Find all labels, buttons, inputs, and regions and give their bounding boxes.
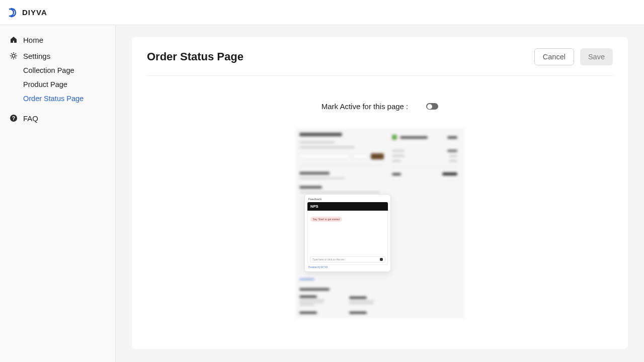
toggle-label: Mark Active for this page : xyxy=(321,102,409,111)
nav-collection-page[interactable]: Collection Page xyxy=(5,63,110,77)
page-title: Order Status Page xyxy=(147,50,244,63)
page-preview: Feedback NPS Say 'Start' to get started … xyxy=(295,128,464,319)
nav-settings-label: Settings xyxy=(23,52,50,60)
nav-product-page[interactable]: Product Page xyxy=(5,77,110,92)
nav-collection-label: Collection Page xyxy=(23,66,74,74)
nav-faq-label: FAQ xyxy=(23,114,38,123)
active-toggle[interactable] xyxy=(426,103,438,110)
sidebar: Home Settings Collection Page Product Pa… xyxy=(0,25,116,362)
feedback-header: NPS xyxy=(307,202,388,211)
nav-settings[interactable]: Settings xyxy=(5,48,110,63)
action-buttons: Cancel Save xyxy=(534,48,613,65)
feedback-start-chip: Say 'Start' to get started xyxy=(310,217,342,222)
save-button[interactable]: Save xyxy=(580,48,613,65)
settings-card: Order Status Page Cancel Save Mark Activ… xyxy=(132,37,628,349)
feedback-input-placeholder: Type here or click on the mic xyxy=(312,258,345,261)
nav-faq[interactable]: ? FAQ xyxy=(5,111,110,126)
nav-home[interactable]: Home xyxy=(5,32,110,47)
preview-container: Feedback NPS Say 'Start' to get started … xyxy=(147,128,613,319)
nav-order-status-label: Order Status Page xyxy=(23,95,84,103)
feedback-label: Feedback xyxy=(307,197,388,202)
app-header: DIYVA xyxy=(0,0,644,25)
home-icon xyxy=(9,35,18,44)
cancel-button[interactable]: Cancel xyxy=(534,48,574,65)
nav-product-label: Product Page xyxy=(23,80,67,88)
svg-point-0 xyxy=(12,54,15,57)
gear-icon xyxy=(9,51,18,60)
card-header: Order Status Page Cancel Save xyxy=(147,48,613,76)
svg-text:?: ? xyxy=(12,116,15,121)
logo-icon xyxy=(8,8,18,18)
main-content: Order Status Page Cancel Save Mark Activ… xyxy=(116,25,644,362)
mic-icon xyxy=(380,258,383,261)
brand-name: DIYVA xyxy=(22,8,47,17)
brand-logo: DIYVA xyxy=(8,8,47,18)
feedback-body: Say 'Start' to get started Type here or … xyxy=(307,211,388,265)
nav-home-label: Home xyxy=(23,36,43,44)
nav-order-status-page[interactable]: Order Status Page xyxy=(5,92,110,106)
feedback-powered-by: Powered by DIYVA xyxy=(307,265,388,268)
feedback-input: Type here or click on the mic xyxy=(310,256,385,262)
help-icon: ? xyxy=(9,114,18,123)
feedback-widget-preview: Feedback NPS Say 'Start' to get started … xyxy=(304,194,391,272)
active-toggle-row: Mark Active for this page : xyxy=(147,102,613,111)
